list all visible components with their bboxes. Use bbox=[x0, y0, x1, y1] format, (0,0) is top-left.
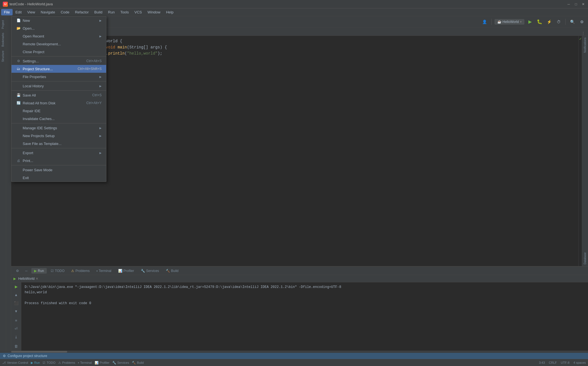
notifications-panel-label[interactable]: Notifications bbox=[584, 36, 587, 54]
tab-services[interactable]: 🔧 Services bbox=[138, 268, 162, 274]
terminal-line-2: hello,world bbox=[25, 290, 585, 295]
coverage-button[interactable]: ⚡ bbox=[545, 18, 553, 26]
tab-problems[interactable]: ⚠ Problems bbox=[68, 268, 92, 274]
menu-window[interactable]: Window bbox=[145, 9, 163, 15]
menu-item-export[interactable]: Export ▶ bbox=[11, 149, 106, 157]
status-problems[interactable]: ⚠ Problems bbox=[58, 361, 75, 365]
split-editor-btn[interactable]: ⋮ bbox=[580, 31, 587, 36]
menu-item-local-history[interactable]: Local History ▶ bbox=[11, 82, 106, 90]
status-terminal[interactable]: ▪ Terminal bbox=[78, 361, 92, 364]
status-build[interactable]: 🔨 Build bbox=[132, 361, 144, 365]
run-output-close-btn[interactable]: ✕ bbox=[36, 277, 38, 281]
close-bottom-panel-btn[interactable]: ─ bbox=[22, 267, 30, 275]
print-output-btn[interactable]: ≡ bbox=[12, 317, 20, 324]
sidebar-item-bookmarks[interactable]: Bookmarks bbox=[1, 31, 4, 48]
menu-file[interactable]: File bbox=[1, 9, 13, 15]
menu-code[interactable]: Code bbox=[58, 9, 72, 15]
menu-item-new-projects-setup[interactable]: New Projects Setup ▶ bbox=[11, 132, 106, 140]
run-again-btn[interactable]: ▶ bbox=[12, 283, 20, 290]
menu-item-print-label: Print... bbox=[23, 159, 102, 163]
bottom-panel: ⚙ ─ ▶ Run ☑ TODO ⚠ Problems ▪ bbox=[11, 266, 588, 353]
reload-shortcut: Ctrl+Alt+Y bbox=[86, 101, 102, 105]
menu-run[interactable]: Run bbox=[105, 9, 118, 15]
menu-item-open-recent[interactable]: Open Recent ▶ bbox=[11, 32, 106, 40]
menu-item-open[interactable]: 📂 Open... bbox=[11, 24, 106, 32]
terminal-line-1: D:\Java\jdk\bin\java.exe "-javaagent:D:\… bbox=[25, 285, 585, 290]
maximize-button[interactable]: □ bbox=[574, 2, 578, 6]
database-panel-label[interactable]: Database bbox=[584, 251, 587, 266]
sidebar-item-project[interactable]: Project bbox=[1, 18, 4, 30]
clear-output-btn[interactable]: 🗑 bbox=[12, 342, 20, 350]
status-todo[interactable]: ☑ TODO bbox=[43, 361, 55, 365]
menu-build[interactable]: Build bbox=[92, 9, 105, 15]
sidebar-item-structure[interactable]: Structure bbox=[1, 49, 4, 64]
scroll-down-btn[interactable]: ▼ bbox=[12, 308, 20, 315]
tab-todo[interactable]: ☑ TODO bbox=[48, 268, 67, 274]
tab-run[interactable]: ▶ Run bbox=[31, 268, 47, 274]
status-services[interactable]: 🔧 Services bbox=[112, 361, 129, 365]
menu-item-invalidate-caches[interactable]: Invalidate Caches... bbox=[11, 115, 106, 123]
run-output-tab-name[interactable]: HelloWorld bbox=[18, 277, 34, 281]
tab-build[interactable]: 🔨 Build bbox=[163, 268, 181, 274]
menu-item-exit[interactable]: Exit bbox=[11, 174, 106, 182]
scroll-to-end-btn[interactable]: ⤓ bbox=[12, 333, 20, 341]
menu-bar: File Edit View Navigate Code Refactor Bu… bbox=[0, 8, 588, 16]
close-button[interactable]: ✕ bbox=[581, 2, 585, 6]
search-everywhere-btn[interactable]: 🔍 bbox=[568, 18, 576, 26]
tab-profiler[interactable]: 📊 Profiler bbox=[115, 268, 137, 274]
menu-item-new[interactable]: 📄 New ▶ bbox=[11, 17, 106, 24]
menu-item-file-properties[interactable]: File Properties ▶ bbox=[11, 73, 106, 81]
run-config-selector[interactable]: ☕ HelloWorld ▾ bbox=[494, 19, 524, 25]
settings-btn[interactable]: ⚙ bbox=[578, 18, 586, 26]
status-encoding[interactable]: UTF-8 bbox=[561, 361, 570, 364]
menu-item-save-template[interactable]: Save File as Template... bbox=[11, 140, 106, 147]
configure-icon: ⚙ bbox=[3, 354, 6, 358]
menu-item-save-all[interactable]: 💾 Save All Ctrl+S bbox=[11, 91, 106, 99]
minimize-button[interactable]: ─ bbox=[567, 2, 571, 6]
menu-item-project-structure[interactable]: 🗂 Project Structure... Ctrl+Alt+Shift+S bbox=[11, 65, 106, 73]
menu-refactor[interactable]: Refactor bbox=[72, 9, 92, 15]
menu-item-remote-dev[interactable]: Remote Development... bbox=[11, 40, 106, 48]
green-check-icon: ✓ bbox=[579, 37, 582, 41]
stop-btn[interactable]: ⬛ bbox=[12, 299, 20, 307]
profile-run-button[interactable]: ⏱ bbox=[555, 18, 563, 26]
menu-navigate[interactable]: Navigate bbox=[38, 9, 58, 15]
configure-hint-label: Configure project structure bbox=[8, 354, 47, 358]
arrow-icon-recent: ▶ bbox=[99, 35, 102, 38]
scroll-up-btn[interactable]: ▲ bbox=[12, 291, 20, 299]
window-controls[interactable]: ─ □ ✕ bbox=[567, 2, 585, 6]
new-icon: 📄 bbox=[16, 18, 21, 22]
menu-tools[interactable]: Tools bbox=[118, 9, 132, 15]
menu-help[interactable]: Help bbox=[163, 9, 176, 15]
menu-item-close-project[interactable]: Close Project bbox=[11, 48, 106, 56]
menu-item-settings[interactable]: ⚙ Settings... Ctrl+Alt+S bbox=[11, 57, 106, 65]
terminal-tab-label: Terminal bbox=[99, 269, 111, 273]
status-vcs[interactable]: ⎇ Version Control bbox=[2, 361, 28, 365]
menu-edit[interactable]: Edit bbox=[13, 9, 24, 15]
settings-gear-icon[interactable]: ⚙ bbox=[13, 267, 21, 275]
app-logo: IJ bbox=[3, 2, 8, 7]
menu-item-print[interactable]: 🖨 Print... bbox=[11, 157, 106, 165]
menu-item-manage-ide[interactable]: Manage IDE Settings ▶ bbox=[11, 124, 106, 132]
terminal-scrollbar[interactable] bbox=[11, 351, 588, 353]
menu-vcs[interactable]: VCS bbox=[132, 9, 145, 15]
status-profiler[interactable]: 📊 Profiler bbox=[95, 361, 109, 365]
configure-project-hint[interactable]: ⚙ Configure project structure bbox=[0, 353, 588, 359]
menu-item-reload[interactable]: 🔄 Reload All from Disk Ctrl+Alt+Y bbox=[11, 99, 106, 107]
menu-view[interactable]: View bbox=[24, 9, 38, 15]
status-line-ending[interactable]: CRLF bbox=[549, 361, 557, 364]
status-indent[interactable]: 4 spaces bbox=[573, 361, 586, 364]
profile-btn[interactable]: 👤 bbox=[481, 18, 489, 26]
tab-terminal[interactable]: ▪ Terminal bbox=[94, 268, 114, 274]
menu-item-power-save[interactable]: Power Save Mode bbox=[11, 166, 106, 174]
toolbar-separator-4 bbox=[565, 19, 566, 25]
soft-wrap-btn[interactable]: ⏎ bbox=[12, 325, 20, 332]
debug-button[interactable]: 🐛 bbox=[536, 18, 543, 26]
menu-item-repair-ide[interactable]: Repair IDE bbox=[11, 107, 106, 115]
problems-tab-label: Problems bbox=[75, 269, 90, 273]
scrollbar-thumb[interactable] bbox=[11, 351, 67, 353]
toolbar-separator-3 bbox=[491, 19, 492, 25]
status-run[interactable]: ▶ Run bbox=[31, 361, 40, 365]
run-button[interactable]: ▶ bbox=[526, 18, 534, 26]
status-time[interactable]: 3:43 bbox=[539, 361, 545, 364]
